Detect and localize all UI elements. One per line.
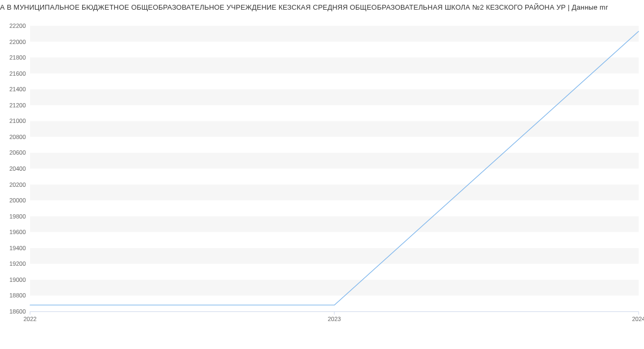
x-tick-label: 2022: [24, 316, 36, 322]
grid-band: [30, 74, 639, 90]
y-tick-label: 20800: [9, 134, 26, 140]
y-tick-label: 19400: [9, 245, 26, 251]
y-tick-label: 21000: [9, 118, 26, 124]
grid-band: [30, 216, 639, 232]
y-tick-label: 19000: [9, 277, 26, 283]
grid-band: [30, 169, 639, 185]
grid-band: [30, 232, 639, 248]
grid-band: [30, 152, 639, 169]
x-tick-label: 2024: [632, 316, 644, 322]
y-tick-label: 19600: [9, 229, 26, 235]
y-tick-label: 19800: [9, 213, 26, 220]
y-tick-label: 20000: [9, 197, 26, 203]
y-tick-label: 20400: [9, 165, 26, 172]
grid-band: [30, 57, 639, 74]
x-tick-label: 2023: [328, 316, 341, 322]
grid-band: [30, 280, 639, 296]
y-tick-label: 19200: [9, 260, 26, 267]
y-tick-label: 18600: [9, 308, 26, 315]
chart-container: А В МУНИЦИПАЛЬНОЕ БЮДЖЕТНОЕ ОБЩЕОБРАЗОВА…: [0, 0, 644, 349]
grid-band: [30, 137, 639, 153]
grid-band: [30, 264, 639, 280]
grid-band: [30, 26, 639, 42]
y-tick-label: 21800: [9, 54, 26, 61]
chart-svg: 1860018800190001920019400196001980020000…: [0, 0, 644, 349]
y-tick-label: 21600: [9, 70, 26, 77]
grid-band: [30, 248, 639, 264]
y-tick-label: 20600: [9, 149, 26, 156]
grid-band: [30, 89, 639, 105]
y-tick-label: 22000: [9, 39, 26, 45]
y-tick-label: 18800: [9, 292, 26, 299]
grid-band: [30, 121, 639, 137]
grid-band: [30, 42, 639, 58]
y-tick-label: 21400: [9, 86, 26, 92]
y-tick-label: 20200: [9, 181, 26, 188]
grid-band: [30, 295, 639, 311]
grid-band: [30, 200, 639, 216]
y-tick-label: 21200: [9, 102, 26, 108]
y-tick-label: 22200: [9, 23, 26, 29]
grid-band: [30, 185, 639, 201]
